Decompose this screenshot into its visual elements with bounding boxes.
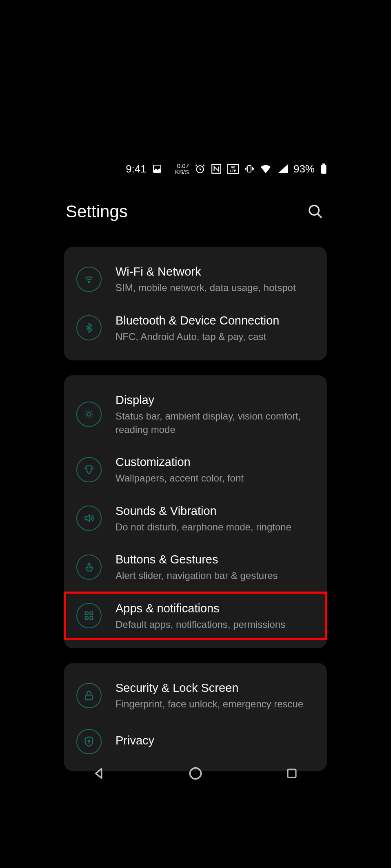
svg-point-11 <box>88 281 90 283</box>
svg-point-18 <box>88 740 90 742</box>
settings-row-privacy[interactable]: Privacy <box>64 720 327 763</box>
svg-rect-9 <box>322 163 325 165</box>
settings-group: Security & Lock ScreenFingerprint, face … <box>64 663 327 771</box>
phone-frame: 9:41 0.07 KB/S VoLTE x 93% <box>51 155 340 790</box>
row-title: Buttons & Gestures <box>116 552 315 568</box>
settings-row-lock[interactable]: Security & Lock ScreenFingerprint, face … <box>64 671 327 720</box>
display-icon <box>76 402 102 427</box>
row-subtitle: SIM, mobile network, data usage, hotspot <box>116 281 315 294</box>
vibrate-icon <box>244 164 254 174</box>
settings-row-customization[interactable]: CustomizationWallpapers, accent color, f… <box>64 445 327 494</box>
nav-recent-button[interactable] <box>282 763 302 784</box>
nfc-icon <box>211 163 222 174</box>
gestures-icon <box>76 554 102 580</box>
nav-back-button[interactable] <box>89 763 109 784</box>
row-subtitle: Fingerprint, face unlock, emergency resc… <box>116 698 315 711</box>
nav-home-button[interactable] <box>185 763 206 784</box>
row-subtitle: NFC, Android Auto, tap & pay, cast <box>116 330 315 343</box>
svg-point-10 <box>309 205 319 215</box>
settings-content: Wi-Fi & NetworkSIM, mobile network, data… <box>51 240 340 786</box>
settings-group: DisplayStatus bar, ambient display, visi… <box>64 375 327 648</box>
settings-row-bluetooth[interactable]: Bluetooth & Device ConnectionNFC, Androi… <box>64 304 327 353</box>
row-title: Display <box>116 392 315 408</box>
row-subtitle: Wallpapers, accent color, font <box>116 472 315 485</box>
settings-group: Wi-Fi & NetworkSIM, mobile network, data… <box>64 247 327 360</box>
settings-row-display[interactable]: DisplayStatus bar, ambient display, visi… <box>64 383 327 445</box>
privacy-icon <box>76 729 102 754</box>
status-time: 9:41 <box>126 163 147 175</box>
network-speed: 0.07 KB/S <box>175 163 189 175</box>
settings-row-sound[interactable]: Sounds & VibrationDo not disturb, earpho… <box>64 494 327 543</box>
settings-row-wifi[interactable]: Wi-Fi & NetworkSIM, mobile network, data… <box>64 255 327 304</box>
svg-rect-16 <box>90 617 93 620</box>
row-subtitle: Do not disturb, earphone mode, ringtone <box>116 521 315 534</box>
search-button[interactable] <box>306 202 325 221</box>
svg-rect-17 <box>86 695 92 700</box>
svg-rect-13 <box>85 612 88 615</box>
svg-point-19 <box>190 768 201 779</box>
lock-icon <box>76 683 102 708</box>
svg-rect-8 <box>321 165 327 174</box>
battery-percent: 93% <box>293 163 315 175</box>
row-title: Apps & notifications <box>116 601 315 616</box>
svg-rect-6 <box>248 166 251 172</box>
sound-icon <box>76 506 102 531</box>
svg-text:x: x <box>281 164 283 169</box>
customization-icon <box>76 457 102 482</box>
signal-icon: x <box>277 164 288 173</box>
row-title: Sounds & Vibration <box>116 503 315 519</box>
row-title: Security & Lock Screen <box>116 680 315 696</box>
nav-bar <box>51 757 340 790</box>
row-subtitle: Status bar, ambient display, vision comf… <box>116 410 315 436</box>
volte-icon: VoLTE <box>227 164 239 174</box>
row-subtitle: Default apps, notifications, permissions <box>116 618 315 631</box>
battery-icon <box>320 163 327 174</box>
svg-rect-14 <box>90 612 93 615</box>
header: Settings <box>51 183 340 240</box>
row-title: Wi-Fi & Network <box>116 264 315 280</box>
svg-point-12 <box>87 412 91 416</box>
svg-rect-15 <box>85 617 88 620</box>
alarm-icon <box>195 163 205 174</box>
row-title: Customization <box>116 454 315 470</box>
bluetooth-icon <box>76 315 102 340</box>
image-icon <box>152 164 162 174</box>
row-title: Privacy <box>116 733 315 749</box>
wifi-status-icon <box>260 164 271 173</box>
page-title: Settings <box>66 202 128 221</box>
wifi-icon <box>76 267 102 292</box>
apps-icon <box>76 603 102 628</box>
svg-text:LTE: LTE <box>230 169 236 173</box>
row-title: Bluetooth & Device Connection <box>116 313 315 329</box>
settings-row-gestures[interactable]: Buttons & GesturesAlert slider, navigati… <box>64 543 327 592</box>
status-bar: 9:41 0.07 KB/S VoLTE x 93% <box>51 155 340 183</box>
svg-rect-20 <box>288 769 296 777</box>
row-subtitle: Alert slider, navigation bar & gestures <box>116 569 315 582</box>
settings-row-apps[interactable]: Apps & notificationsDefault apps, notifi… <box>64 592 327 641</box>
